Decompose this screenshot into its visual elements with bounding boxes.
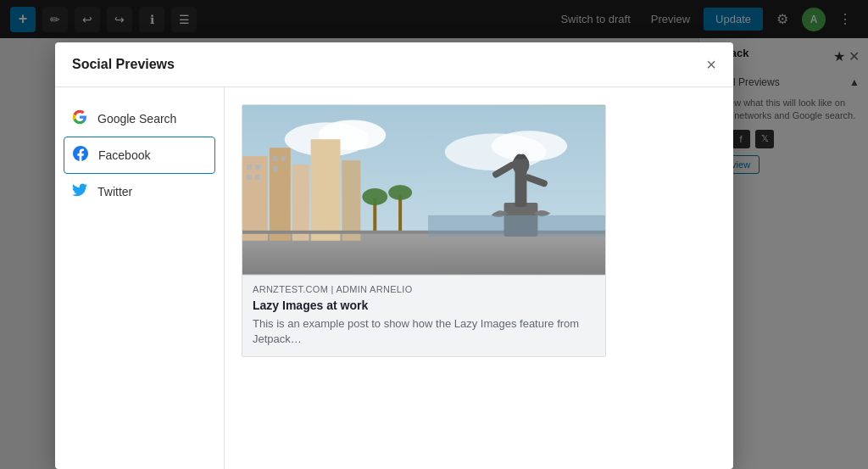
nav-item-facebook[interactable]: Facebook: [64, 137, 215, 174]
fb-card-description: This is an example post to show how the …: [253, 316, 595, 347]
svg-rect-9: [311, 139, 341, 240]
facebook-label: Facebook: [98, 148, 150, 162]
facebook-icon: [73, 146, 88, 165]
svg-rect-15: [273, 156, 278, 161]
twitter-label: Twitter: [97, 185, 132, 198]
svg-rect-13: [247, 175, 252, 180]
svg-rect-11: [247, 165, 252, 170]
svg-rect-7: [270, 148, 291, 240]
svg-rect-14: [255, 175, 260, 180]
svg-rect-12: [255, 165, 260, 170]
modal-title: Social Previews: [72, 57, 175, 72]
svg-rect-28: [428, 215, 605, 237]
svg-point-19: [362, 188, 387, 205]
google-search-label: Google Search: [97, 112, 176, 126]
social-previews-modal: Social Previews ×: [55, 42, 733, 469]
fb-card-info: ARNZTEST.COM | ADMIN ARNELIO Lazy Images…: [242, 275, 605, 356]
svg-point-4: [492, 131, 568, 161]
svg-rect-10: [342, 160, 360, 241]
modal-nav: Google Search Facebook: [55, 87, 225, 469]
svg-rect-16: [281, 156, 287, 161]
svg-rect-17: [273, 166, 278, 171]
modal-body: Google Search Facebook: [55, 87, 733, 469]
modal-overlay: Social Previews ×: [0, 0, 868, 469]
fb-card-domain: ARNZTEST.COM | ADMIN ARNELIO: [253, 284, 595, 294]
fb-card-image: [242, 105, 605, 275]
modal-header: Social Previews ×: [55, 42, 733, 87]
svg-point-21: [388, 185, 412, 200]
modal-close-button[interactable]: ×: [706, 56, 716, 73]
google-icon: [72, 109, 87, 128]
facebook-preview-card: ARNZTEST.COM | ADMIN ARNELIO Lazy Images…: [242, 104, 606, 357]
wp-editor: + ✏ ↩ ↪ ℹ ☰ Switch to draft Preview Upda…: [0, 0, 868, 469]
fb-card-title: Lazy Images at work: [253, 298, 595, 313]
twitter-icon: [72, 182, 87, 201]
nav-item-twitter[interactable]: Twitter: [55, 174, 224, 209]
nav-item-google-search[interactable]: Google Search: [55, 101, 224, 137]
modal-preview-area: ARNZTEST.COM | ADMIN ARNELIO Lazy Images…: [225, 87, 733, 469]
svg-rect-8: [292, 165, 309, 241]
